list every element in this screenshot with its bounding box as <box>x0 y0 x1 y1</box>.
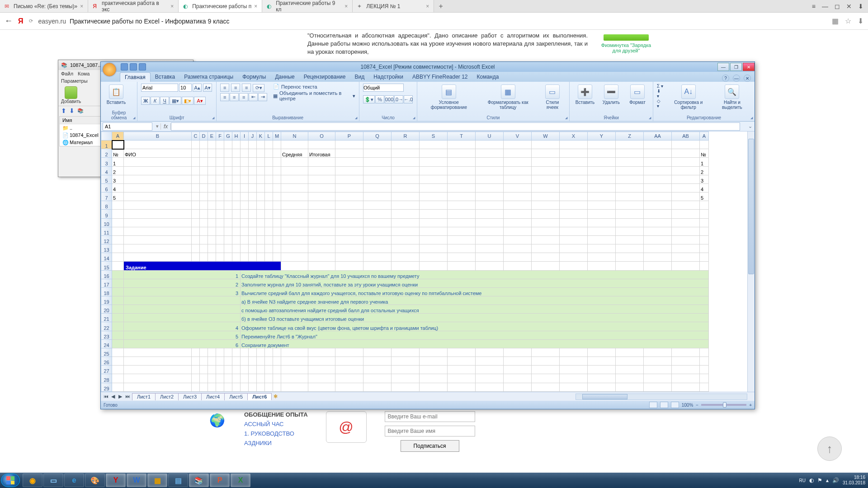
close-icon[interactable]: × <box>170 3 174 9</box>
cell[interactable] <box>672 141 700 149</box>
cell[interactable] <box>588 374 616 383</box>
cell[interactable] <box>308 262 335 270</box>
task-text-cell[interactable]: Вычислите средний балл для каждого учаще… <box>241 287 709 296</box>
cell[interactable] <box>672 227 700 235</box>
cell[interactable] <box>249 183 257 192</box>
cell[interactable] <box>257 218 265 227</box>
task-text-cell[interactable]: Сохраните документ <box>241 339 709 348</box>
cell[interactable] <box>216 383 224 391</box>
cell[interactable] <box>257 166 265 175</box>
row-header[interactable]: 23 <box>101 331 112 339</box>
cell[interactable] <box>249 141 257 149</box>
col-header[interactable]: E <box>208 132 216 141</box>
cell[interactable] <box>216 175 224 183</box>
office-button[interactable] <box>103 63 116 76</box>
row-header[interactable]: 20 <box>101 305 112 314</box>
window-maximize-icon[interactable]: ◻ <box>835 3 840 10</box>
cell[interactable] <box>335 183 363 192</box>
cell[interactable] <box>124 383 192 391</box>
cell[interactable] <box>672 374 700 383</box>
cell[interactable] <box>532 141 560 149</box>
cell[interactable] <box>448 149 476 158</box>
row-header[interactable]: 16 <box>101 270 112 279</box>
cell[interactable] <box>504 141 532 149</box>
cell[interactable] <box>265 357 273 366</box>
cell[interactable] <box>588 210 616 218</box>
cell[interactable] <box>208 141 216 149</box>
cell[interactable] <box>308 235 335 244</box>
cell[interactable] <box>420 262 448 270</box>
cell[interactable] <box>124 192 192 201</box>
row-header[interactable]: 26 <box>101 357 112 366</box>
cell[interactable] <box>560 201 588 210</box>
cell[interactable] <box>588 218 616 227</box>
row-header[interactable]: 13 <box>101 244 112 253</box>
cell[interactable] <box>124 235 192 244</box>
bookmark-icon[interactable]: ☆ <box>845 17 851 25</box>
task-num-cell[interactable] <box>124 296 241 305</box>
cell[interactable]: 2 <box>700 166 709 175</box>
row-header[interactable]: 24 <box>101 339 112 348</box>
cell[interactable] <box>265 253 273 262</box>
taskbar-app[interactable]: Y <box>106 474 126 487</box>
clock[interactable]: 18:1631.03.2018 <box>843 475 865 486</box>
cell[interactable] <box>241 210 249 218</box>
namebox-dropdown-icon[interactable]: ▾ <box>154 123 160 129</box>
cell[interactable] <box>192 227 200 235</box>
cell[interactable] <box>363 166 392 175</box>
col-header[interactable]: U <box>476 132 504 141</box>
cell[interactable] <box>616 183 644 192</box>
cell[interactable] <box>124 374 192 383</box>
cell[interactable] <box>273 210 281 218</box>
cell[interactable] <box>363 262 392 270</box>
cell[interactable] <box>232 201 241 210</box>
help-icon[interactable]: ? <box>722 75 729 82</box>
cell[interactable] <box>208 192 216 201</box>
indent-inc-icon[interactable]: ⇥ <box>258 93 267 101</box>
cell[interactable]: 5 <box>112 192 124 201</box>
cell[interactable] <box>232 192 241 201</box>
row-header[interactable]: 10 <box>101 218 112 227</box>
shrink-font-icon[interactable]: A▾ <box>203 84 212 92</box>
cell[interactable] <box>124 201 192 210</box>
col-header[interactable]: O <box>308 132 335 141</box>
sheet-tab[interactable]: Лист4 <box>201 393 225 400</box>
col-header[interactable]: A <box>700 132 709 141</box>
row-header[interactable]: 18 <box>101 287 112 296</box>
cell[interactable] <box>232 175 241 183</box>
cell[interactable] <box>112 244 124 253</box>
cell[interactable] <box>560 366 588 374</box>
row-header[interactable]: 27 <box>101 366 112 374</box>
cell[interactable] <box>560 158 588 166</box>
cell[interactable] <box>224 149 232 158</box>
cell[interactable] <box>363 192 392 201</box>
cell[interactable] <box>200 244 208 253</box>
cell[interactable] <box>476 357 504 366</box>
cell[interactable] <box>672 183 700 192</box>
window-minimize-icon[interactable]: — <box>822 3 828 10</box>
cell[interactable] <box>265 374 273 383</box>
cell[interactable] <box>224 374 232 383</box>
task-header-cell[interactable]: Задание <box>124 262 281 270</box>
row-header[interactable]: 1 <box>101 141 112 149</box>
cell[interactable] <box>560 141 588 149</box>
cell[interactable] <box>232 357 241 366</box>
select-all-cell[interactable] <box>101 132 112 141</box>
cell[interactable] <box>273 149 281 158</box>
cell[interactable] <box>700 244 709 253</box>
cell[interactable] <box>216 253 224 262</box>
font-name-input[interactable] <box>141 84 178 92</box>
cell[interactable] <box>249 244 257 253</box>
cell[interactable] <box>216 227 224 235</box>
cell[interactable] <box>124 244 192 253</box>
cell[interactable] <box>448 357 476 366</box>
col-header[interactable]: S <box>420 132 448 141</box>
cell[interactable] <box>532 366 560 374</box>
cell[interactable] <box>504 158 532 166</box>
ribbon-minimize-icon[interactable]: — <box>733 75 740 82</box>
cell[interactable] <box>448 366 476 374</box>
cell[interactable] <box>112 270 124 279</box>
cell[interactable] <box>241 158 249 166</box>
insert-cells-button[interactable]: ➕Вставить <box>573 84 597 106</box>
cell[interactable] <box>281 374 308 383</box>
